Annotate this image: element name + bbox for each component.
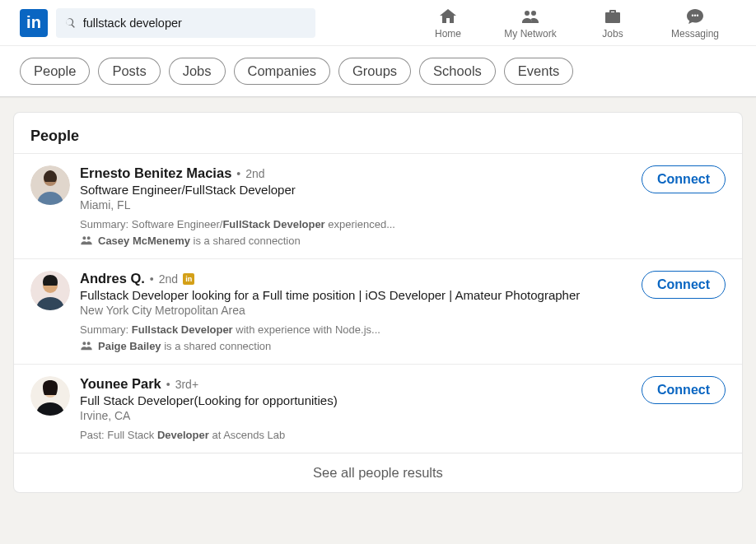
search-icon [64, 16, 77, 30]
global-header: in Home My Network Jobs Messaging [0, 0, 756, 46]
connect-button[interactable]: Connect [642, 271, 726, 299]
avatar[interactable] [30, 271, 70, 310]
person-headline: Full Stack Developer(Looking for opportu… [80, 393, 642, 407]
home-icon [438, 7, 458, 26]
avatar[interactable] [30, 165, 70, 205]
nav-label: Messaging [671, 28, 719, 40]
avatar[interactable] [30, 376, 70, 416]
person-summary: Summary: Software Engineer/FullStack Dev… [80, 218, 642, 230]
nav-label: Home [435, 28, 461, 40]
filter-events[interactable]: Events [504, 58, 573, 85]
filter-people[interactable]: People [20, 58, 90, 85]
person-name[interactable]: Younee Park [80, 376, 161, 392]
person-body: Younee Park • 3rd+ Full Stack Developer(… [80, 376, 642, 441]
people-icon [80, 234, 93, 247]
filter-groups[interactable]: Groups [338, 58, 411, 85]
person-headline: Fullstack Developer looking for a Full t… [80, 288, 642, 302]
search-filters: People Posts Jobs Companies Groups Schoo… [0, 46, 756, 97]
connection-degree: 2nd [245, 167, 264, 180]
connect-button[interactable]: Connect [642, 165, 726, 193]
pill-label: People [34, 63, 76, 78]
filter-companies[interactable]: Companies [234, 58, 330, 85]
section-title: People [14, 113, 742, 153]
person-location: New York City Metropolitan Area [80, 304, 642, 317]
search-input[interactable] [83, 16, 307, 30]
bullet-separator: • [166, 378, 170, 391]
person-body: Andres Q. • 2nd in Fullstack Developer l… [80, 271, 642, 352]
premium-badge-icon: in [183, 273, 194, 285]
connection-degree: 3rd+ [175, 378, 198, 391]
connection-degree: 2nd [159, 272, 178, 286]
person-body: Ernesto Benitez Macias • 2nd Software En… [80, 165, 642, 247]
connect-button[interactable]: Connect [642, 376, 726, 404]
person-row: Andres Q. • 2nd in Fullstack Developer l… [14, 258, 742, 364]
network-icon [520, 7, 540, 26]
pill-label: Events [518, 63, 559, 78]
nav-label: My Network [504, 28, 556, 40]
pill-label: Jobs [183, 63, 212, 78]
nav-my-network[interactable]: My Network [489, 0, 572, 46]
filter-posts[interactable]: Posts [98, 58, 160, 85]
person-name[interactable]: Ernesto Benitez Macias [80, 165, 231, 181]
linkedin-logo[interactable]: in [20, 9, 48, 37]
pill-label: Groups [352, 63, 397, 78]
person-row: Ernesto Benitez Macias • 2nd Software En… [14, 153, 742, 258]
logo-text: in [26, 13, 41, 32]
filter-jobs[interactable]: Jobs [169, 58, 226, 85]
shared-connection: Casey McMenemy is a shared connection [80, 234, 642, 247]
people-icon [80, 339, 93, 352]
person-row: Younee Park • 3rd+ Full Stack Developer(… [14, 364, 742, 453]
person-location: Miami, FL [80, 198, 642, 212]
bullet-separator: • [236, 167, 240, 180]
person-name[interactable]: Andres Q. [80, 271, 145, 286]
nav-home[interactable]: Home [407, 0, 489, 46]
pill-label: Schools [433, 63, 482, 78]
see-all-people-link[interactable]: See all people results [14, 453, 742, 492]
primary-nav: Home My Network Jobs Messaging [407, 0, 736, 46]
filter-schools[interactable]: Schools [419, 58, 496, 85]
people-results-card: People Ernesto Benitez Macias • 2nd Soft… [13, 112, 743, 493]
nav-label: Jobs [602, 28, 623, 40]
person-headline: Software Engineer/FullStack Developer [80, 183, 642, 197]
nav-jobs[interactable]: Jobs [572, 0, 654, 46]
chat-icon [685, 7, 705, 26]
nav-messaging[interactable]: Messaging [654, 0, 736, 46]
bullet-separator: • [150, 272, 154, 286]
person-location: Irvine, CA [80, 409, 642, 422]
pill-label: Posts [112, 63, 146, 78]
person-summary: Summary: Fullstack Developer with experi… [80, 323, 642, 336]
shared-connection: Paige Bailey is a shared connection [80, 339, 642, 352]
briefcase-icon [603, 7, 623, 26]
global-search[interactable] [56, 8, 315, 38]
pill-label: Companies [248, 63, 316, 78]
person-past: Past: Full Stack Developer at Ascends La… [80, 429, 642, 441]
